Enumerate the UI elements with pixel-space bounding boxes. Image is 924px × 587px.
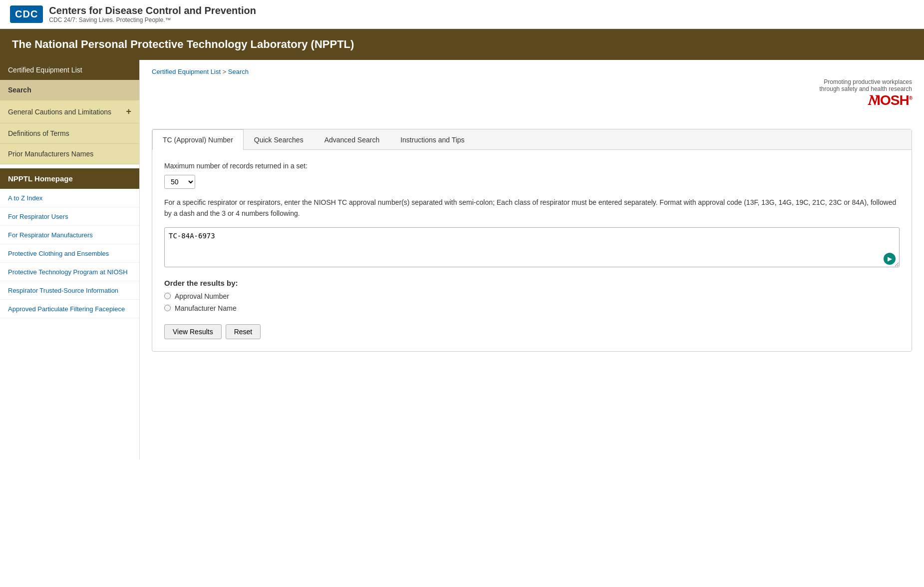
radio-manufacturer-input[interactable] [164,305,171,311]
sidebar-item-search[interactable]: Search [0,80,139,100]
sidebar-prior-manufacturers-label: Prior Manufacturers Names [8,150,93,158]
niosh-promo-line2: through safety and health research [820,85,912,92]
niosh-n-icon: 𝑁 [868,92,877,108]
niosh-logo: 𝑁IOSH® [820,92,912,109]
tc-icon: ▶ [884,253,896,265]
radio-group: Approval Number Manufacturer Name [164,292,900,312]
sidebar-item-prior-manufacturers[interactable]: Prior Manufacturers Names [0,144,139,164]
sidebar-item-definitions[interactable]: Definitions of Terms [0,123,139,144]
niosh-logo-text: IOSH [877,92,909,108]
protective-tech-link[interactable]: Protective Technology Program at NIOSH [8,268,128,276]
breadcrumb-cel-link[interactable]: Certified Equipment List [152,68,221,75]
niosh-promo-line1: Promoting productive workplaces [820,78,912,85]
protective-clothing-link[interactable]: Protective Clothing and Ensembles [8,250,109,257]
tab-content-tc: Maximum number of records returned in a … [152,150,912,351]
sidebar-link-respirator-manufacturers[interactable]: For Respirator Manufacturers [0,226,139,244]
sidebar-link-respirator-trusted[interactable]: Respirator Trusted-Source Information [0,281,139,300]
max-records-label: Maximum number of records returned in a … [164,162,900,170]
tc-description: For a specific respirator or respirators… [164,197,900,219]
radio-approval-label: Approval Number [175,292,229,300]
radio-approval-number[interactable]: Approval Number [164,292,900,300]
respirator-trusted-link[interactable]: Respirator Trusted-Source Information [8,287,118,294]
sidebar-link-approved-facepiece[interactable]: Approved Particulate Filtering Facepiece [0,300,139,318]
search-panel: TC (Approval) Number Quick Searches Adva… [152,129,912,352]
reset-button[interactable]: Reset [226,324,261,339]
view-results-button[interactable]: View Results [164,324,222,339]
sidebar-npptl-header: NPPTL Homepage [0,168,139,189]
sidebar-certified-header: Certified Equipment List [0,60,139,80]
top-bar: Certified Equipment List > Search Promot… [152,68,912,109]
max-records-select[interactable]: 50 100 200 500 [164,175,195,189]
plus-icon: + [126,106,131,117]
niosh-registered: ® [909,95,912,101]
approved-facepiece-link[interactable]: Approved Particulate Filtering Facepiece [8,305,125,313]
radio-approval-input[interactable] [164,293,171,299]
respirator-manufacturers-link[interactable]: For Respirator Manufacturers [8,231,93,239]
sidebar-search-label: Search [8,86,31,94]
breadcrumb-search-link[interactable]: Search [228,68,249,75]
sidebar-general-cautions-label: General Cautions and Limitations [8,108,111,116]
sidebar-link-atoz[interactable]: A to Z Index [0,189,139,207]
cdc-logo-box: CDC [10,5,43,23]
atoz-link[interactable]: A to Z Index [8,194,42,202]
radio-manufacturer-label: Manufacturer Name [175,304,237,312]
tc-input-wrapper: ▶ [164,227,900,269]
cdc-logo-text: Centers for Disease Control and Preventi… [49,5,256,23]
respirator-users-link[interactable]: For Respirator Users [8,213,68,220]
sidebar-link-protective-clothing[interactable]: Protective Clothing and Ensembles [0,244,139,263]
tab-tc-approval[interactable]: TC (Approval) Number [152,129,244,150]
sidebar-link-protective-tech[interactable]: Protective Technology Program at NIOSH [0,263,139,281]
page-layout: Certified Equipment List Search General … [0,60,924,460]
page-banner: The National Personal Protective Technol… [0,29,924,60]
button-row: View Results Reset [164,324,900,339]
cdc-logo: CDC Centers for Disease Control and Prev… [10,5,256,23]
order-label: Order the results by: [164,279,900,287]
sidebar-link-respirator-users[interactable]: For Respirator Users [0,207,139,226]
sidebar: Certified Equipment List Search General … [0,60,140,460]
tab-instructions[interactable]: Instructions and Tips [390,129,475,150]
site-header: CDC Centers for Disease Control and Prev… [0,0,924,29]
niosh-promo: Promoting productive workplaces through … [820,78,912,109]
breadcrumb-separator: > [223,68,228,75]
main-content: Certified Equipment List > Search Promot… [140,60,924,460]
tc-number-input[interactable] [164,227,900,267]
org-name: Centers for Disease Control and Preventi… [49,5,256,16]
banner-title: The National Personal Protective Technol… [12,38,354,50]
tab-quick-searches[interactable]: Quick Searches [244,129,314,150]
radio-manufacturer-name[interactable]: Manufacturer Name [164,304,900,312]
sidebar-definitions-label: Definitions of Terms [8,129,69,137]
tab-bar: TC (Approval) Number Quick Searches Adva… [152,129,912,150]
breadcrumb: Certified Equipment List > Search [152,68,912,75]
order-section: Order the results by: Approval Number Ma… [164,279,900,312]
tab-advanced-search[interactable]: Advanced Search [314,129,390,150]
org-tagline: CDC 24/7: Saving Lives. Protecting Peopl… [49,16,256,23]
sidebar-item-general-cautions[interactable]: General Cautions and Limitations + [0,100,139,123]
